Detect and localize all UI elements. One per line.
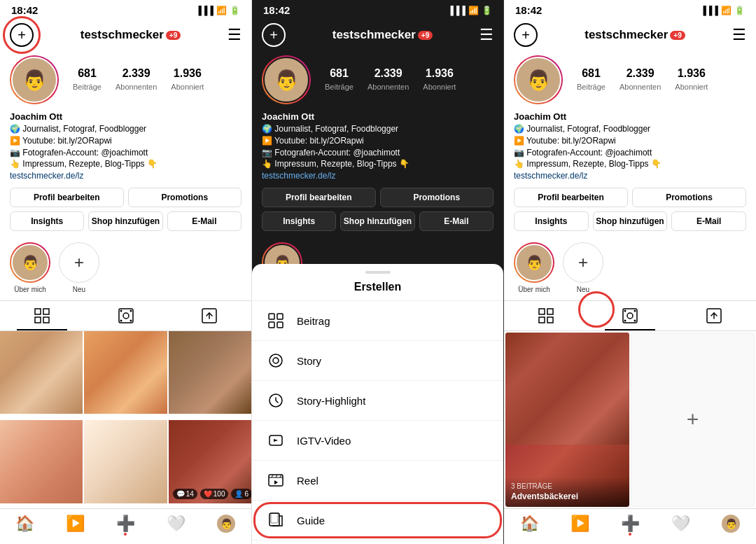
activity-nav-right[interactable]: 🤍 — [655, 515, 706, 533]
profile-nav-left[interactable]: 👨 — [201, 515, 251, 533]
profile-section-right: 👨 681 Beiträge 2.339 Abonnenten 1.936 Ab… — [504, 51, 756, 242]
svg-rect-11 — [269, 314, 274, 319]
photo-cell-4[interactable] — [84, 420, 167, 503]
svg-point-27 — [624, 309, 626, 312]
profil-bearbeiten-btn-mid[interactable]: Profil bearbeiten — [262, 188, 376, 207]
highlight-label: Story-Highlight — [297, 395, 365, 407]
stat-posts-right: 681 Beiträge — [577, 67, 606, 92]
bio-link-mid[interactable]: testschmecker.de/lz — [262, 171, 335, 181]
bio-right: Joachim Ott 🌍 Journalist, Fotograf, Food… — [514, 111, 746, 182]
story-new-icon-right[interactable]: + — [563, 242, 603, 283]
add-guide-btn[interactable]: + — [631, 333, 755, 507]
add-nav-left[interactable]: ➕ — [101, 515, 151, 533]
svg-point-8 — [120, 319, 122, 321]
tab-grid-right[interactable] — [504, 301, 588, 330]
photo-cell-5[interactable]: 💬 14 ❤️ 100 👤 6 — [169, 420, 251, 503]
photo-cell-3[interactable] — [0, 420, 83, 503]
tab-icons-right — [504, 300, 756, 331]
username-nav-mid: testschmecker+9 — [332, 28, 433, 42]
status-icons-right: ▐▐▐ 📶 🔋 — [700, 6, 745, 15]
photo-cell-2[interactable] — [169, 331, 251, 414]
promotions-btn-mid[interactable]: Promotions — [380, 188, 494, 207]
tab-reels-left[interactable] — [84, 301, 168, 330]
igtv-label: IGTV-Video — [297, 435, 351, 447]
promotions-btn-right[interactable]: Promotions — [632, 188, 746, 207]
add-nav-right[interactable]: ➕ — [605, 515, 655, 533]
story-new-right[interactable]: + Neu — [563, 242, 603, 293]
avatar-right[interactable]: 👨 — [514, 55, 563, 104]
menu-item-igtv[interactable]: IGTV-Video — [252, 421, 503, 461]
guide-card-adventsbäckerei[interactable]: 3 BEITRÄGE Adventsbäckerei — [505, 333, 629, 507]
tab-reels-right[interactable] — [588, 301, 672, 330]
action-buttons-row1-mid: Profil bearbeiten Promotions — [262, 188, 493, 207]
story-ueber-mich-right[interactable]: 👨 Über mich — [514, 242, 554, 293]
hamburger-icon[interactable]: ☰ — [227, 26, 241, 44]
email-btn-right[interactable]: E-Mail — [671, 211, 746, 231]
promotions-btn-left[interactable]: Promotions — [128, 188, 242, 207]
insights-btn-mid[interactable]: Insights — [262, 211, 336, 231]
bio-mid: Joachim Ott 🌍 Journalist, Fotograf, Food… — [262, 111, 493, 182]
profile-nav-right[interactable]: 👨 — [706, 515, 756, 533]
bottom-nav-left: 🏠 ▶️ ➕ 🤍 👨 — [0, 508, 251, 544]
nav-bar-right: + testschmecker+9 ☰ — [504, 19, 756, 51]
dark-profile-bg: 18:42 ▐▐▐ 📶 🔋 + testschmecker+9 ☰ 👨 — [252, 0, 503, 287]
explore-nav-right[interactable]: ▶️ — [554, 515, 605, 533]
profile-section-mid: 👨 681 Beiträge 2.339 Abonnenten 1.936 Ab… — [252, 51, 503, 242]
shop-btn-right[interactable]: Shop hinzufügen — [593, 211, 668, 231]
photo-cell-1[interactable] — [84, 331, 167, 414]
avatar-image-right: 👨 — [515, 57, 561, 103]
profil-bearbeiten-btn[interactable]: Profil bearbeiten — [10, 188, 124, 207]
avatar-left[interactable]: 👨 — [10, 55, 59, 104]
bio-link-right[interactable]: testschmecker.de/lz — [514, 171, 587, 181]
nav-bar-left: + testschmecker+9 ☰ — [0, 19, 251, 51]
shop-btn-left[interactable]: Shop hinzufügen — [88, 211, 162, 231]
activity-nav-left[interactable]: 🤍 — [150, 515, 201, 533]
tab-grid-left[interactable] — [0, 301, 84, 330]
tab-tagged-left[interactable] — [167, 301, 251, 330]
tagged-tab-icon — [202, 308, 217, 323]
insights-btn-right[interactable]: Insights — [514, 211, 589, 231]
menu-item-reel[interactable]: Reel — [252, 461, 503, 501]
battery-icon-right: 🔋 — [734, 6, 745, 15]
profil-bearbeiten-btn-right[interactable]: Profil bearbeiten — [514, 188, 628, 207]
create-story-btn[interactable]: + — [10, 23, 34, 47]
explore-nav-left[interactable]: ▶️ — [50, 515, 101, 533]
shop-btn-mid[interactable]: Shop hinzufügen — [340, 211, 414, 231]
svg-point-16 — [273, 358, 279, 363]
create-btn-mid[interactable]: + — [262, 23, 286, 47]
menu-item-story[interactable]: Story — [252, 341, 503, 381]
avatar-mid[interactable]: 👨 — [262, 55, 311, 104]
menu-item-beitrag[interactable]: Beitrag — [252, 301, 503, 341]
home-nav-left[interactable]: 🏠 — [0, 515, 50, 533]
menu-item-guide[interactable]: Guide — [252, 501, 503, 540]
bio-link-left[interactable]: testschmecker.de/lz — [10, 171, 83, 181]
menu-item-highlight[interactable]: Story-Highlight — [252, 381, 503, 421]
status-bar-left: 18:42 ▐▐▐ 📶 🔋 — [0, 0, 251, 19]
photo-cell-0[interactable] — [0, 331, 83, 414]
svg-rect-12 — [277, 314, 283, 319]
action-buttons-row2-left: Insights Shop hinzufügen E-Mail — [10, 211, 241, 231]
story-ueber-mich[interactable]: 👨 Über mich — [10, 242, 50, 293]
hamburger-icon-mid[interactable]: ☰ — [479, 26, 493, 44]
avatar-image-mid: 👨 — [263, 57, 309, 103]
profile-avatar-nav-right: 👨 — [722, 515, 740, 533]
signal-icon-right: ▐▐▐ — [700, 6, 718, 15]
svg-rect-2 — [35, 317, 41, 323]
story-new-icon[interactable]: + — [59, 242, 99, 283]
create-bottom-sheet: Erstellen Beitrag Story — [252, 264, 503, 544]
stats-right: 681 Beiträge 2.339 Abonnenten 1.936 Abon… — [577, 67, 708, 92]
create-btn-right[interactable]: + — [514, 23, 538, 47]
hamburger-icon-right[interactable]: ☰ — [732, 26, 746, 44]
email-btn-left[interactable]: E-Mail — [167, 211, 241, 231]
status-bar-mid: 18:42 ▐▐▐ 📶 🔋 — [252, 0, 503, 19]
stories-row-right: 👨 Über mich + Neu — [504, 242, 756, 300]
home-nav-right[interactable]: 🏠 — [504, 515, 554, 533]
story-new-left[interactable]: + Neu — [59, 242, 99, 293]
insights-btn-left[interactable]: Insights — [10, 211, 84, 231]
grid-tab-icon — [34, 308, 50, 323]
email-btn-mid[interactable]: E-Mail — [419, 211, 493, 231]
reels-tab-icon-right — [622, 308, 638, 323]
profile-top-left: 👨 681 Beiträge 2.339 Abonnenten 1.936 Ab… — [10, 55, 241, 104]
tab-tagged-right[interactable] — [672, 301, 756, 330]
action-buttons-row1-left: Profil bearbeiten Promotions — [10, 188, 241, 207]
